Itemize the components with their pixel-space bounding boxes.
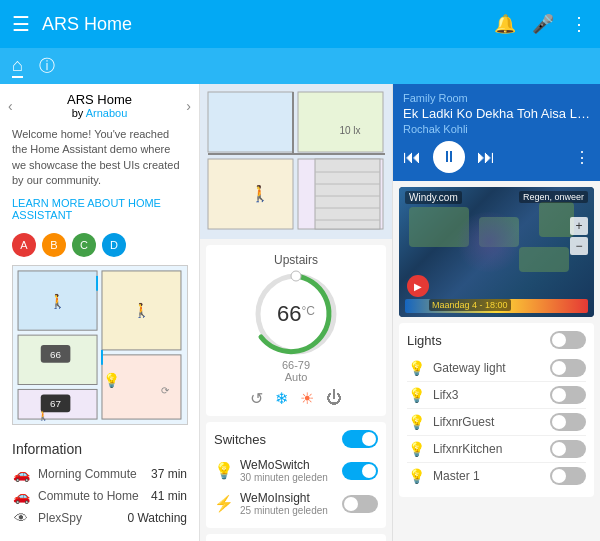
info-nav-icon[interactable]: ⓘ: [39, 56, 55, 77]
more-vert-icon[interactable]: ⋮: [570, 13, 588, 35]
weather-zoom-in-btn[interactable]: +: [570, 217, 588, 235]
lifxnr-kitchen-name: LifxnrKitchen: [433, 442, 542, 456]
entertainment-card: Entertainment: [206, 534, 386, 541]
light-row-master1: 💡 Master 1: [407, 463, 586, 489]
thermostat-unit: °C: [302, 304, 315, 318]
media-title: Ek Ladki Ko Dekha Toh Aisa Laga - ...: [403, 106, 590, 121]
menu-icon[interactable]: ☰: [12, 12, 30, 36]
lifxnr-guest-name: LifxnrGuest: [433, 415, 542, 429]
media-controls: ⏮ ⏸ ⏭ ⋮: [403, 141, 590, 173]
media-player-card: Family Room Ek Ladki Ko Dekha Toh Aisa L…: [393, 84, 600, 181]
lights-master-toggle[interactable]: [550, 331, 586, 349]
media-next-btn[interactable]: ⏭: [477, 147, 495, 168]
left-column: ‹ ARS Home by Arnabou › Welcome home! Yo…: [0, 84, 200, 541]
media-artist: Rochak Kohli: [403, 123, 590, 135]
sidebar-icon-red[interactable]: A: [12, 233, 36, 257]
sidebar-icon-green[interactable]: C: [72, 233, 96, 257]
thermostat-range: 66-79: [282, 359, 310, 371]
svg-text:🚶: 🚶: [250, 184, 270, 203]
weather-controls: + −: [570, 217, 588, 255]
sidebar-icon-blue[interactable]: D: [102, 233, 126, 257]
therm-off-btn[interactable]: ⏻: [326, 389, 342, 408]
middle-column: 🚶 10 lx Upstairs: [200, 84, 393, 541]
therm-refresh-btn[interactable]: ↺: [250, 389, 263, 408]
wemo-switch-name: WeMoSwitch: [240, 458, 336, 472]
svg-text:💡: 💡: [103, 371, 121, 388]
switches-master-toggle[interactable]: [342, 430, 378, 448]
sidebar-icons-row: A B C D: [0, 229, 199, 265]
plex-value: 0 Watching: [127, 511, 187, 525]
master1-name: Master 1: [433, 469, 542, 483]
thermostat-title: Upstairs: [274, 253, 318, 267]
light-row-lifx3: 💡 Lifx3: [407, 382, 586, 409]
bell-icon[interactable]: 🔔: [494, 13, 516, 35]
commute-value: 41 min: [151, 489, 187, 503]
sidebar-prev-btn[interactable]: ‹: [8, 98, 13, 114]
lifx3-toggle[interactable]: [550, 386, 586, 404]
switch-row-insight: ⚡ WeMoInsight 25 minuten geleden: [214, 487, 378, 520]
wemo-switch-time: 30 minuten geleden: [240, 472, 336, 483]
mic-icon[interactable]: 🎤: [532, 13, 554, 35]
wemo-switch-info: WeMoSwitch 30 minuten geleden: [240, 458, 336, 483]
svg-text:🚶: 🚶: [36, 409, 49, 422]
sidebar-icon-orange[interactable]: B: [42, 233, 66, 257]
switch-row-wemo: 💡 WeMoSwitch 30 minuten geleden: [214, 454, 378, 487]
eye-icon: 👁: [12, 510, 30, 526]
svg-text:10 lx: 10 lx: [339, 125, 360, 136]
app-title: ARS Home: [42, 14, 482, 35]
light-row-lifxnr-guest: 💡 LifxnrGuest: [407, 409, 586, 436]
learn-more-link[interactable]: LEARN MORE ABOUT HOME ASSISTANT: [0, 197, 199, 229]
right-column: Family Room Ek Ladki Ko Dekha Toh Aisa L…: [393, 84, 600, 541]
weather-play-btn[interactable]: ▶: [407, 275, 429, 297]
home-nav-icon[interactable]: ⌂: [12, 55, 23, 78]
svg-rect-17: [298, 92, 383, 152]
mid-floorplan: 🚶 10 lx: [200, 84, 392, 239]
wemo-switch-icon: 💡: [214, 461, 234, 480]
master1-icon: 💡: [407, 468, 425, 484]
info-row-commute: 🚗 Commute to Home 41 min: [12, 485, 187, 507]
weather-condition: Regen, onweer: [519, 191, 588, 203]
svg-text:🚶: 🚶: [132, 302, 150, 319]
morning-value: 37 min: [151, 467, 187, 481]
master1-toggle[interactable]: [550, 467, 586, 485]
sidebar-author: by Arnabou: [67, 107, 132, 119]
gateway-light-toggle[interactable]: [550, 359, 586, 377]
media-prev-btn[interactable]: ⏮: [403, 147, 421, 168]
lifxnr-kitchen-toggle[interactable]: [550, 440, 586, 458]
information-title: Information: [12, 441, 187, 457]
wemo-insight-name: WeMoInsight: [240, 491, 336, 505]
wemo-insight-info: WeMoInsight 25 minuten geleden: [240, 491, 336, 516]
wemo-switch-toggle[interactable]: [342, 462, 378, 480]
weather-zoom-out-btn[interactable]: −: [570, 237, 588, 255]
svg-rect-24: [315, 159, 380, 229]
thermostat-mode: Auto: [285, 371, 308, 383]
sidebar-next-btn[interactable]: ›: [186, 98, 191, 114]
app-bar-icons: 🔔 🎤 ⋮: [494, 13, 588, 35]
main-content: ‹ ARS Home by Arnabou › Welcome home! Yo…: [0, 84, 600, 541]
morning-label: Morning Commute: [38, 467, 143, 481]
media-play-btn[interactable]: ⏸: [433, 141, 465, 173]
svg-text:🚶: 🚶: [49, 292, 67, 309]
sidebar-title: ARS Home: [67, 92, 132, 107]
thermostat-temp: 66: [277, 301, 301, 326]
lifxnr-guest-toggle[interactable]: [550, 413, 586, 431]
gateway-light-name: Gateway light: [433, 361, 542, 375]
lights-title: Lights: [407, 331, 586, 349]
light-row-lifxnr-kitchen: 💡 LifxnrKitchen: [407, 436, 586, 463]
car-icon-commute: 🚗: [12, 488, 30, 504]
info-row-plex: 👁 PlexSpy 0 Watching: [12, 507, 187, 529]
svg-text:⟳: ⟳: [161, 385, 170, 396]
svg-rect-16: [208, 92, 293, 152]
wemo-insight-toggle[interactable]: [342, 495, 378, 513]
sidebar-header: ‹ ARS Home by Arnabou ›: [0, 84, 199, 123]
car-icon-morning: 🚗: [12, 466, 30, 482]
weather-card: Windy.com Regen, onweer + − ▶ Maandag 4 …: [399, 187, 594, 317]
lights-title-text: Lights: [407, 333, 442, 348]
gateway-light-icon: 💡: [407, 360, 425, 376]
therm-cool-btn[interactable]: ❄: [275, 389, 288, 408]
therm-heat-btn[interactable]: ☀: [300, 389, 314, 408]
weather-map: Windy.com Regen, onweer + − ▶ Maandag 4 …: [399, 187, 594, 317]
thermostat-controls: ↺ ❄ ☀ ⏻: [250, 389, 342, 408]
media-more-btn[interactable]: ⋮: [574, 148, 590, 167]
weather-label: Windy.com: [405, 191, 462, 204]
